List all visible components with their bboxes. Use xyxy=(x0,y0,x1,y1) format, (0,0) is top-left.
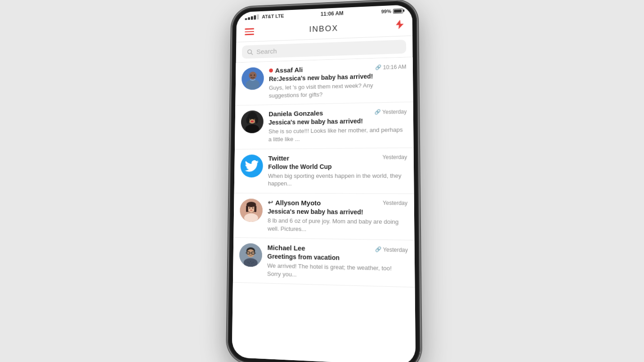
avatar xyxy=(240,154,263,177)
email-subject: Jessica's new baby has arrived! xyxy=(268,207,407,217)
phone-screen: AT&T LTE 11:06 AM 99% xyxy=(232,5,416,362)
unread-indicator xyxy=(269,68,273,72)
search-icon xyxy=(247,49,253,55)
email-time: Yesterday xyxy=(383,200,407,207)
search-placeholder: Search xyxy=(256,47,277,55)
battery-area: 99% xyxy=(381,8,403,14)
twitter-logo xyxy=(245,159,259,173)
avatar xyxy=(241,110,264,133)
avatar-assaf-image xyxy=(242,67,264,90)
avatar xyxy=(242,67,264,90)
email-preview: We arrived! The hotel is great; the weat… xyxy=(267,262,408,281)
reply-arrow-icon: ↩ xyxy=(268,199,273,206)
email-header-row: Twitter Yesterday xyxy=(268,153,407,162)
sender-name: Assaf Ali xyxy=(269,66,303,74)
email-time: 🔗 10:16 AM xyxy=(375,63,406,71)
email-content: Michael Lee 🔗 Yesterday Greetings from v… xyxy=(267,244,408,281)
battery-icon xyxy=(393,8,403,14)
email-preview: When big sporting events happen in the w… xyxy=(268,172,407,188)
compose-button[interactable] xyxy=(394,19,405,32)
email-content: Daniela Gonzales 🔗 Yesterday Jessica's n… xyxy=(268,108,407,143)
carrier-label: AT&T LTE xyxy=(262,13,284,19)
svg-rect-22 xyxy=(254,206,256,212)
email-preview: She is so cute!!! Looks like her mother,… xyxy=(268,126,407,143)
email-list: Assaf Ali 🔗 10:16 AM Re:Jessica's new ba… xyxy=(232,57,416,362)
avatar xyxy=(240,199,263,222)
search-input-wrapper[interactable]: Search xyxy=(242,40,406,59)
email-time: Yesterday xyxy=(383,154,407,160)
email-preview: Guys, let 's go visit them next week? An… xyxy=(269,81,407,100)
email-time: 🔗 Yesterday xyxy=(375,109,407,115)
email-preview: 8 lb and 6 oz of pure joy. Mom and baby … xyxy=(268,217,408,234)
menu-line-2 xyxy=(245,31,254,32)
email-item[interactable]: Daniela Gonzales 🔗 Yesterday Jessica's n… xyxy=(235,102,414,149)
svg-rect-21 xyxy=(246,206,248,212)
compose-icon-svg xyxy=(394,19,405,30)
attachment-icon: 🔗 xyxy=(375,64,381,70)
sender-name: ↩ Allyson Myoto xyxy=(268,199,321,207)
status-left: AT&T LTE xyxy=(245,13,284,20)
email-subject: Follow the World Cup xyxy=(268,162,407,171)
email-content: ↩ Allyson Myoto Yesterday Jessica's new … xyxy=(268,199,408,234)
phone-frame: AT&T LTE 11:06 AM 99% xyxy=(228,0,420,362)
email-time: 🔗 Yesterday xyxy=(375,246,408,253)
signal-icon xyxy=(245,14,259,20)
sender-name: Michael Lee xyxy=(268,244,305,252)
sender-name: Twitter xyxy=(268,154,289,162)
attachment-icon: 🔗 xyxy=(375,109,381,115)
email-content: Assaf Ali 🔗 10:16 AM Re:Jessica's new ba… xyxy=(269,63,407,99)
avatar-allyson-image xyxy=(240,199,263,222)
inbox-title: INBOX xyxy=(309,23,339,34)
clock: 11:06 AM xyxy=(321,10,344,18)
email-subject: Jessica's new baby has arrived! xyxy=(268,116,407,127)
svg-line-1 xyxy=(251,53,252,54)
battery-percent: 99% xyxy=(381,9,391,14)
email-item[interactable]: Assaf Ali 🔗 10:16 AM Re:Jessica's new ba… xyxy=(235,57,413,106)
email-content: Twitter Yesterday Follow the World Cup W… xyxy=(268,153,407,188)
avatar-michael-image xyxy=(239,243,262,267)
phone-wrapper: AT&T LTE 11:06 AM 99% xyxy=(228,0,416,362)
menu-line-1 xyxy=(245,28,254,30)
email-item[interactable]: ↩ Allyson Myoto Yesterday Jessica's new … xyxy=(233,193,414,240)
sender-name: Daniela Gonzales xyxy=(268,109,323,118)
menu-button[interactable] xyxy=(243,27,256,37)
attachment-icon: 🔗 xyxy=(375,246,382,253)
email-subject: Greetings from vacation xyxy=(267,252,408,263)
email-header-row: ↩ Allyson Myoto Yesterday xyxy=(268,199,407,207)
email-item[interactable]: Michael Lee 🔗 Yesterday Greetings from v… xyxy=(233,238,415,288)
avatar xyxy=(239,243,262,267)
menu-line-3 xyxy=(245,34,254,35)
avatar-daniela-image xyxy=(241,110,264,133)
email-item[interactable]: Twitter Yesterday Follow the World Cup W… xyxy=(234,148,414,194)
